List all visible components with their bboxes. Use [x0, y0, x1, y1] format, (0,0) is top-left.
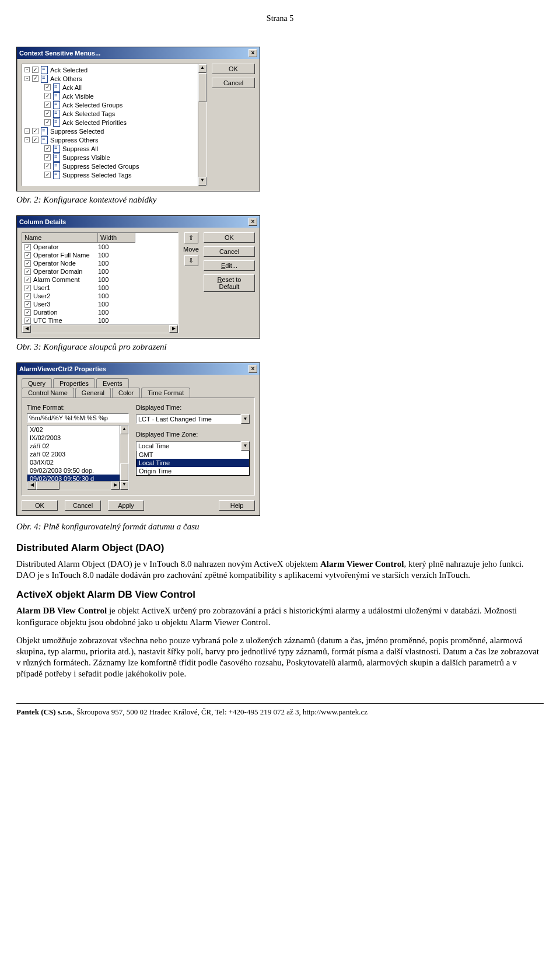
dropdown-option[interactable]: Origin Time [136, 467, 249, 475]
tree-row[interactable]: ✓Suppress Visible [24, 153, 206, 162]
grid-header-name[interactable]: Name [22, 233, 98, 243]
expand-icon[interactable]: - [24, 76, 30, 81]
tree-row[interactable]: -✓Suppress Selected [24, 127, 206, 135]
edit-button[interactable]: Edit... [204, 260, 255, 271]
table-row[interactable]: ✓Operator Domain100 [22, 267, 178, 276]
tree-row[interactable]: ✓Ack Selected Tags [24, 109, 206, 118]
checkbox-icon[interactable]: ✓ [44, 145, 51, 152]
table-row[interactable]: ✓Duration100 [22, 308, 178, 316]
checkbox-icon[interactable]: ✓ [32, 137, 38, 143]
checkbox-icon[interactable]: ✓ [24, 285, 31, 291]
list-item[interactable]: září 02 2003 [27, 450, 128, 458]
move-down-button[interactable]: ⇩ [184, 255, 198, 266]
ok-button[interactable]: OK [212, 64, 255, 74]
close-icon[interactable]: × [249, 365, 257, 373]
tab-general[interactable]: General [75, 388, 111, 397]
tab-events[interactable]: Events [96, 378, 129, 388]
scroll-left-icon[interactable]: ◀ [27, 482, 36, 490]
checkbox-icon[interactable]: ✓ [32, 67, 38, 73]
close-icon[interactable]: × [249, 218, 257, 226]
checkbox-icon[interactable]: ✓ [24, 318, 31, 324]
move-up-button[interactable]: ⇧ [184, 232, 198, 243]
cancel-button[interactable]: Cancel [212, 78, 255, 88]
table-row[interactable]: ✓Operator Node100 [22, 259, 178, 267]
table-row[interactable]: ✓User3100 [22, 300, 178, 308]
tree-row[interactable]: ✓Suppress Selected Groups [24, 162, 206, 170]
checkbox-icon[interactable]: ✓ [44, 102, 51, 108]
table-row[interactable]: ✓User1100 [22, 284, 178, 292]
close-icon[interactable]: × [249, 49, 257, 57]
help-button[interactable]: Help [219, 500, 255, 511]
expand-icon[interactable]: - [24, 67, 30, 72]
cancel-button[interactable]: Cancel [204, 246, 255, 257]
scroll-down-icon[interactable]: ▼ [198, 177, 206, 186]
table-row[interactable]: ✓Alarm Comment100 [22, 276, 178, 284]
vertical-scrollbar[interactable]: ▲ ▼ [198, 64, 206, 186]
tab-query[interactable]: Query [22, 378, 52, 388]
checkbox-icon[interactable]: ✓ [24, 260, 31, 267]
checkbox-icon[interactable]: ✓ [24, 301, 31, 308]
scroll-up-icon[interactable]: ▲ [120, 426, 128, 434]
scroll-down-icon[interactable]: ▼ [120, 481, 128, 490]
tree-row[interactable]: ✓Suppress All [24, 144, 206, 153]
scroll-thumb[interactable] [198, 73, 206, 102]
table-row[interactable]: ✓Operator100 [22, 243, 178, 251]
grid-header-width[interactable]: Width [98, 233, 135, 243]
dropdown-option[interactable]: GMT [136, 451, 249, 459]
checkbox-icon[interactable]: ✓ [24, 268, 31, 275]
tree-row[interactable]: ✓Ack Selected Groups [24, 100, 206, 109]
chevron-down-icon[interactable]: ▼ [241, 414, 250, 424]
checkbox-icon[interactable]: ✓ [44, 163, 51, 169]
checkbox-icon[interactable]: ✓ [44, 172, 51, 178]
ok-button[interactable]: OK [204, 232, 255, 243]
checkbox-icon[interactable]: ✓ [24, 244, 31, 250]
table-row[interactable]: ✓UTC Time100 [22, 316, 178, 325]
scroll-up-icon[interactable]: ▲ [198, 64, 206, 73]
apply-button[interactable]: Apply [108, 500, 144, 511]
checkbox-icon[interactable]: ✓ [44, 154, 51, 161]
tab-time-format[interactable]: Time Format [141, 388, 190, 397]
tab-properties[interactable]: Properties [53, 378, 95, 388]
horizontal-scrollbar[interactable]: ◀ ▶ [27, 481, 120, 490]
context-menu-tree[interactable]: -✓Ack Selected-✓Ack Others✓Ack All✓Ack V… [22, 64, 207, 186]
checkbox-icon[interactable]: ✓ [32, 75, 38, 82]
tree-row[interactable]: -✓Ack Others [24, 74, 206, 83]
table-row[interactable]: ✓Operator Full Name100 [22, 251, 178, 259]
displayed-zone-combo[interactable]: Local Time ▼ [136, 441, 250, 451]
scroll-thumb[interactable] [120, 463, 128, 481]
cancel-button[interactable]: Cancel [65, 500, 101, 511]
time-format-input[interactable]: %m/%d/%Y %I:%M:%S %p [27, 413, 129, 423]
table-row[interactable]: ✓User2100 [22, 292, 178, 300]
checkbox-icon[interactable]: ✓ [44, 119, 51, 125]
tab-color[interactable]: Color [112, 388, 140, 397]
checkbox-icon[interactable]: ✓ [24, 277, 31, 283]
tree-row[interactable]: -✓Suppress Others [24, 135, 206, 144]
columns-grid[interactable]: Name Width ✓Operator100✓Operator Full Na… [22, 232, 178, 333]
list-item[interactable]: září 02 [27, 442, 128, 450]
checkbox-icon[interactable]: ✓ [44, 93, 51, 99]
scroll-thumb[interactable] [36, 482, 60, 490]
tab-control-name[interactable]: Control Name [22, 388, 74, 397]
checkbox-icon[interactable]: ✓ [24, 252, 31, 259]
checkbox-icon[interactable]: ✓ [24, 293, 31, 299]
checkbox-icon[interactable]: ✓ [44, 84, 51, 90]
checkbox-icon[interactable]: ✓ [24, 309, 31, 316]
format-list[interactable]: X/02IX/02/2003září 02září 02 200303/IX/0… [27, 425, 129, 490]
scroll-right-icon[interactable]: ▶ [111, 482, 120, 490]
list-item[interactable]: X/02 [27, 426, 128, 434]
chevron-down-icon[interactable]: ▼ [241, 441, 250, 451]
expand-icon[interactable]: - [24, 137, 30, 142]
tree-row[interactable]: -✓Ack Selected [24, 65, 206, 74]
zone-dropdown[interactable]: GMTLocal TimeOrigin Time [136, 450, 250, 476]
ok-button[interactable]: OK [22, 500, 58, 511]
tree-row[interactable]: ✓Ack All [24, 83, 206, 92]
list-item[interactable]: 09/02/2003 09:50 dop. [27, 466, 128, 475]
checkbox-icon[interactable]: ✓ [32, 128, 38, 134]
vertical-scrollbar[interactable]: ▲ ▼ [120, 426, 128, 490]
dropdown-option[interactable]: Local Time [136, 459, 249, 467]
expand-icon[interactable]: - [24, 128, 30, 134]
reset-button[interactable]: Reset to Default [204, 274, 255, 292]
tree-row[interactable]: ✓Ack Selected Priorities [24, 118, 206, 127]
list-item[interactable]: 03/IX/02 [27, 458, 128, 466]
list-item[interactable]: IX/02/2003 [27, 434, 128, 442]
